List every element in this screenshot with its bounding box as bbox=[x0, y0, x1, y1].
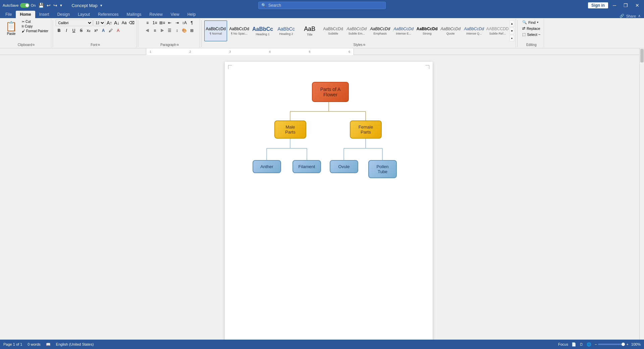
redo-icon[interactable]: ↪ bbox=[53, 3, 57, 8]
close-button[interactable]: ✕ bbox=[633, 2, 641, 9]
node-anther-box[interactable]: Anther bbox=[253, 160, 281, 173]
cut-button[interactable]: ✂ Cut bbox=[20, 19, 50, 24]
tab-view[interactable]: View bbox=[167, 11, 183, 18]
node-male-parts[interactable]: Male Parts bbox=[274, 120, 306, 139]
proofing-icon[interactable]: 📖 bbox=[46, 342, 51, 347]
scrollbar-thumb[interactable] bbox=[640, 49, 644, 62]
style-intense-emphasis[interactable]: AaBbCcDd Intense E... bbox=[392, 20, 415, 41]
style-subtle-ref[interactable]: AaBbCcDd Subtle Ref... bbox=[486, 20, 509, 41]
style-expand[interactable]: ▾ bbox=[509, 35, 514, 42]
text-effects-button[interactable]: A bbox=[100, 27, 107, 34]
replace-button[interactable]: ⇄ Replace bbox=[520, 26, 542, 31]
style-intense-quote[interactable]: AaBbCcDd Intense Q... bbox=[463, 20, 485, 41]
align-center-button[interactable]: ≡ bbox=[152, 27, 158, 34]
tab-design[interactable]: Design bbox=[53, 11, 74, 18]
style-subtitle[interactable]: AaBbCcDd Subtitle bbox=[322, 20, 344, 41]
change-case-button[interactable]: Aa bbox=[121, 19, 127, 26]
undo-icon[interactable]: ↩ bbox=[47, 3, 51, 8]
superscript-button[interactable]: x² bbox=[93, 27, 99, 34]
save-icon[interactable]: 💾 bbox=[38, 3, 44, 8]
increase-indent-button[interactable]: ⇥ bbox=[174, 19, 180, 26]
node-anther[interactable]: Anther bbox=[253, 160, 281, 173]
node-ovule-box[interactable]: Ovule bbox=[330, 160, 358, 173]
zoom-in-button[interactable]: + bbox=[626, 342, 628, 346]
style-normal[interactable]: AaBbCcDd ¶ Normal bbox=[204, 20, 227, 41]
font-color-button[interactable]: A bbox=[115, 27, 121, 34]
customize-icon[interactable]: ▾ bbox=[60, 3, 62, 8]
underline-button[interactable]: U bbox=[70, 27, 77, 34]
strikethrough-button[interactable]: S bbox=[78, 27, 85, 34]
find-button[interactable]: 🔍 Find ▾ bbox=[520, 19, 542, 25]
style-subtle-emphasis[interactable]: AaBbCcDd Subtle Em... bbox=[345, 20, 368, 41]
restore-button[interactable]: ❐ bbox=[622, 2, 630, 9]
node-root-box[interactable]: Parts of A Flower bbox=[312, 82, 349, 102]
justify-button[interactable]: ☰ bbox=[166, 27, 173, 34]
share-label[interactable]: Share bbox=[626, 14, 636, 18]
read-mode-icon[interactable]: 📄 bbox=[572, 342, 576, 347]
tab-layout[interactable]: Layout bbox=[74, 11, 94, 18]
style-scroll-up[interactable]: ▲ bbox=[509, 20, 514, 27]
style-strong[interactable]: AaBbCcDd Strong bbox=[416, 20, 438, 41]
style-heading1[interactable]: AaBbCc Heading 1 bbox=[251, 20, 274, 41]
tab-home[interactable]: Home bbox=[16, 11, 35, 18]
zoom-level[interactable]: 100% bbox=[631, 342, 641, 346]
sort-button[interactable]: ↕A bbox=[181, 19, 188, 26]
node-female-parts[interactable]: Female Parts bbox=[350, 120, 382, 139]
font-family-select[interactable]: Calibri bbox=[56, 19, 93, 26]
style-emphasis[interactable]: AaBbCcDd Emphasis bbox=[369, 20, 391, 41]
paragraph-expand-icon[interactable]: ⧉ bbox=[177, 43, 179, 47]
node-male-box[interactable]: Male Parts bbox=[274, 120, 306, 139]
style-quote[interactable]: AaBbCcDd Quote bbox=[439, 20, 462, 41]
zoom-out-button[interactable]: − bbox=[595, 342, 597, 346]
select-button[interactable]: ⬚ Select ~ bbox=[520, 32, 542, 37]
bullets-button[interactable]: ≡ bbox=[144, 19, 151, 26]
decrease-indent-button[interactable]: ⇤ bbox=[166, 19, 173, 26]
bold-button[interactable]: B bbox=[56, 27, 62, 34]
tab-insert[interactable]: Insert bbox=[35, 11, 53, 18]
style-title[interactable]: AaB Title bbox=[298, 20, 321, 41]
clear-format-button[interactable]: ⌫ bbox=[128, 19, 135, 26]
multilevel-list-button[interactable]: ⊞≡ bbox=[159, 19, 166, 26]
focus-label[interactable]: Focus bbox=[558, 342, 568, 346]
node-pollen-tube-box[interactable]: Pollen Tube bbox=[368, 160, 397, 178]
node-ovule[interactable]: Ovule bbox=[330, 160, 358, 173]
minimize-button[interactable]: ─ bbox=[611, 2, 618, 9]
align-left-button[interactable]: ⫷ bbox=[144, 27, 151, 34]
document-panel[interactable]: Parts of A Flower Male Parts Female Part… bbox=[13, 55, 644, 340]
node-filament[interactable]: Filament bbox=[292, 160, 321, 173]
paste-button[interactable]: 📋 Paste bbox=[3, 19, 20, 37]
tab-references[interactable]: References bbox=[94, 11, 122, 18]
zoom-slider[interactable] bbox=[598, 344, 625, 345]
font-shrink-button[interactable]: A↓ bbox=[113, 19, 120, 26]
align-right-button[interactable]: ⫸ bbox=[159, 27, 166, 34]
italic-button[interactable]: I bbox=[63, 27, 70, 34]
ribbon-collapse-icon[interactable]: ∧ bbox=[638, 14, 641, 18]
shading-button[interactable]: 🎨 bbox=[181, 27, 188, 34]
styles-expand-icon[interactable]: ⧉ bbox=[363, 43, 365, 47]
node-pollen-tube[interactable]: Pollen Tube bbox=[368, 160, 397, 178]
highlight-button[interactable]: 🖊 bbox=[107, 27, 114, 34]
numbering-button[interactable]: 1≡ bbox=[152, 19, 158, 26]
clipboard-expand-icon[interactable]: ⧉ bbox=[33, 43, 35, 47]
search-box[interactable]: 🔍 Search bbox=[258, 2, 386, 9]
tab-review[interactable]: Review bbox=[145, 11, 166, 18]
font-grow-button[interactable]: A↑ bbox=[106, 19, 113, 26]
style-heading2[interactable]: AaBbCc Heading 2 bbox=[275, 20, 298, 41]
style-scroll-down[interactable]: ▼ bbox=[509, 28, 514, 34]
web-layout-icon[interactable]: 🌐 bbox=[587, 342, 591, 347]
style-no-spacing[interactable]: AaBbCcDd ¶ No Spac... bbox=[228, 20, 251, 41]
format-painter-button[interactable]: 🖌 Format Painter bbox=[20, 29, 50, 33]
scrollbar-vertical[interactable] bbox=[639, 48, 644, 340]
print-layout-icon[interactable]: 🗋 bbox=[580, 342, 583, 346]
autosave-toggle[interactable] bbox=[20, 3, 30, 8]
show-marks-button[interactable]: ¶ bbox=[189, 19, 195, 26]
line-spacing-button[interactable]: ↕ bbox=[174, 27, 180, 34]
tab-mailings[interactable]: Mailings bbox=[122, 11, 145, 18]
node-filament-box[interactable]: Filament bbox=[292, 160, 321, 173]
copy-button[interactable]: ⎘ Copy bbox=[20, 24, 50, 29]
node-root[interactable]: Parts of A Flower bbox=[312, 82, 349, 102]
tab-file[interactable]: File bbox=[1, 11, 16, 18]
language[interactable]: English (United States) bbox=[56, 342, 94, 346]
subscript-button[interactable]: x₂ bbox=[85, 27, 92, 34]
borders-button[interactable]: ⊞ bbox=[189, 27, 195, 34]
